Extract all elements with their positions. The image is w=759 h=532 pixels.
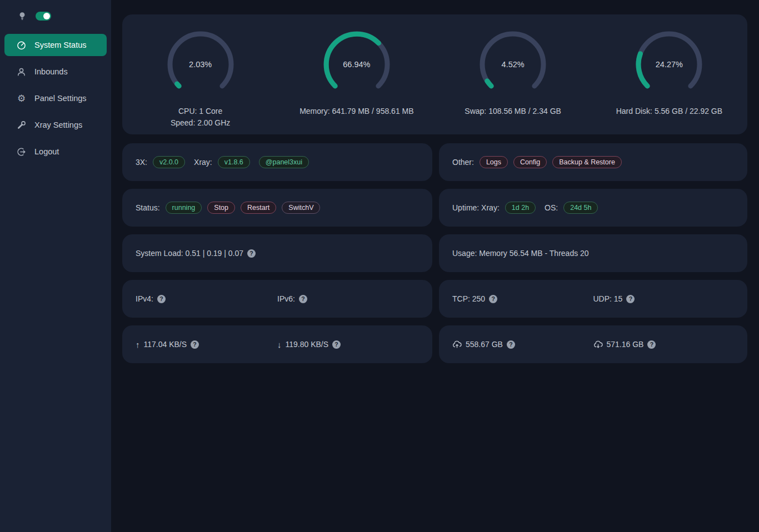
theme-toggle[interactable] <box>36 12 51 21</box>
xray-uptime-badge: 1d 2h <box>505 202 536 214</box>
tcp-count-text: TCP: 250 <box>452 294 485 303</box>
sidebar-item-label: Logout <box>34 147 59 156</box>
xray-status-card: Status: running Stop Restart SwitchV <box>122 189 432 227</box>
download-speed-text: 119.80 KB/S <box>286 340 329 349</box>
arrow-up-icon: ↑ <box>136 340 140 349</box>
received-traffic-text: 571.16 GB <box>607 340 644 349</box>
gauge-percent: 24.27% <box>635 60 703 69</box>
sidebar-item-label: System Status <box>34 41 86 49</box>
lightbulb-icon <box>17 11 27 21</box>
gauge-label: Hard Disk: 5.56 GB / 22.92 GB <box>616 106 722 117</box>
gauge-arc: 2.03% <box>167 31 234 98</box>
ip-card: IPv4: ? IPv6: ? <box>122 280 432 318</box>
system-load-card: System Load: 0.51 | 0.19 | 0.07 ? <box>122 234 432 272</box>
dashboard-icon <box>17 41 26 50</box>
question-icon[interactable]: ? <box>489 295 497 303</box>
gauge-arc: 66.94% <box>323 31 391 98</box>
main-content: 2.03%CPU: 1 CoreSpeed: 2.00 GHz66.94%Mem… <box>111 0 759 363</box>
os-uptime-badge: 24d 5h <box>563 202 598 214</box>
question-icon[interactable]: ? <box>647 340 656 349</box>
config-button[interactable]: Config <box>513 156 547 168</box>
switch-version-button[interactable]: SwitchV <box>282 202 320 214</box>
logs-button[interactable]: Logs <box>480 156 508 168</box>
wrench-icon <box>17 121 26 130</box>
theme-row <box>0 11 111 21</box>
sidebar-item-inbounds[interactable]: Inbounds <box>4 61 107 83</box>
gauge-percent: 66.94% <box>323 60 391 69</box>
gauges-card: 2.03%CPU: 1 CoreSpeed: 2.00 GHz66.94%Mem… <box>122 14 747 134</box>
uptime-card: Uptime: Xray: 1d 2h OS: 24d 5h <box>439 189 747 227</box>
uptime-xray-label: Uptime: Xray: <box>452 203 500 212</box>
versions-card: 3X: v2.0.0 Xray: v1.8.6 @panel3xui <box>122 143 432 181</box>
telegram-tag[interactable]: @panel3xui <box>259 156 309 168</box>
gauge: 4.52%Swap: 108.56 MB / 2.34 GB <box>435 31 591 134</box>
sidebar-item-logout[interactable]: Logout <box>4 140 107 163</box>
udp-section: UDP: 15 ? <box>593 294 735 303</box>
sidebar-item-panel-settings[interactable]: ⚙ Panel Settings <box>4 87 107 109</box>
stop-button[interactable]: Stop <box>207 202 235 214</box>
gauge: 24.27%Hard Disk: 5.56 GB / 22.92 GB <box>591 31 747 134</box>
ipv6-label: IPv6: <box>277 294 295 303</box>
sent-traffic-section: 558.67 GB ? <box>452 340 593 349</box>
udp-count-text: UDP: 15 <box>593 294 623 303</box>
gauge: 2.03%CPU: 1 CoreSpeed: 2.00 GHz <box>122 31 278 134</box>
gauge-percent: 4.52% <box>479 60 547 69</box>
gauge-label: Memory: 641.79 MB / 958.61 MB <box>299 106 413 117</box>
logout-icon <box>17 147 26 157</box>
panel-version-tag[interactable]: v2.0.0 <box>153 156 185 168</box>
usage-text: Usage: Memory 56.54 MB - Threads 20 <box>452 249 589 258</box>
xray-version-label: Xray: <box>194 158 212 167</box>
question-icon[interactable]: ? <box>157 295 166 303</box>
sidebar-item-label: Panel Settings <box>34 94 87 103</box>
gauge-arc: 24.27% <box>635 31 703 98</box>
other-card: Other: Logs Config Backup & Restore <box>439 143 747 181</box>
gauge-label: CPU: 1 CoreSpeed: 2.00 GHz <box>171 106 230 129</box>
gear-icon: ⚙ <box>17 94 26 103</box>
ports-card: TCP: 250 ? UDP: 15 ? <box>439 280 747 318</box>
gauge-percent: 2.03% <box>167 60 234 69</box>
question-icon[interactable]: ? <box>332 340 341 349</box>
received-traffic-section: 571.16 GB ? <box>593 340 735 349</box>
sidebar-item-system-status[interactable]: System Status <box>4 34 107 56</box>
sidebar-item-label: Xray Settings <box>34 121 82 129</box>
system-load-text: System Load: 0.51 | 0.19 | 0.07 <box>136 249 243 258</box>
arrow-down-icon: ↓ <box>277 340 282 349</box>
gauge-arc: 4.52% <box>479 31 547 98</box>
backup-restore-button[interactable]: Backup & Restore <box>552 156 622 168</box>
usage-card: Usage: Memory 56.54 MB - Threads 20 <box>439 234 747 272</box>
cloud-upload-icon <box>452 340 462 349</box>
panel-version-label: 3X: <box>136 158 147 167</box>
question-icon[interactable]: ? <box>299 295 307 303</box>
theme-toggle-knob <box>43 13 50 19</box>
gauge-row: 2.03%CPU: 1 CoreSpeed: 2.00 GHz66.94%Mem… <box>122 31 747 134</box>
ipv6-section: IPv6: ? <box>277 294 419 303</box>
traffic-card: 558.67 GB ? 571.16 GB ? <box>439 325 747 363</box>
user-icon <box>17 67 26 77</box>
sent-traffic-text: 558.67 GB <box>466 340 503 349</box>
restart-button[interactable]: Restart <box>241 202 276 214</box>
upload-speed-text: 117.04 KB/S <box>144 340 187 349</box>
question-icon[interactable]: ? <box>626 295 635 303</box>
gauge-label: Swap: 108.56 MB / 2.34 GB <box>465 106 561 117</box>
speed-card: ↑ 117.04 KB/S ? ↓ 119.80 KB/S ? <box>122 325 432 363</box>
sidebar-item-xray-settings[interactable]: Xray Settings <box>4 114 107 136</box>
sidebar-item-label: Inbounds <box>34 67 68 76</box>
question-icon[interactable]: ? <box>247 249 256 258</box>
uptime-os-label: OS: <box>545 203 558 212</box>
status-running-badge: running <box>166 202 202 214</box>
ipv4-section: IPv4: ? <box>136 294 277 303</box>
sidebar-menu: System Status Inbounds ⚙ Panel Settings <box>0 34 111 163</box>
sidebar: System Status Inbounds ⚙ Panel Settings <box>0 0 111 532</box>
xray-version-tag[interactable]: v1.8.6 <box>218 156 250 168</box>
tcp-section: TCP: 250 ? <box>452 294 593 303</box>
gauge: 66.94%Memory: 641.79 MB / 958.61 MB <box>278 31 435 134</box>
ipv4-label: IPv4: <box>136 294 153 303</box>
info-grid: 3X: v2.0.0 Xray: v1.8.6 @panel3xui Other… <box>122 143 747 363</box>
download-speed-section: ↓ 119.80 KB/S ? <box>277 340 419 349</box>
status-label: Status: <box>136 203 160 212</box>
other-label: Other: <box>452 158 474 167</box>
upload-speed-section: ↑ 117.04 KB/S ? <box>136 340 277 349</box>
cloud-download-icon <box>593 340 603 349</box>
question-icon[interactable]: ? <box>191 340 199 349</box>
question-icon[interactable]: ? <box>507 340 515 349</box>
